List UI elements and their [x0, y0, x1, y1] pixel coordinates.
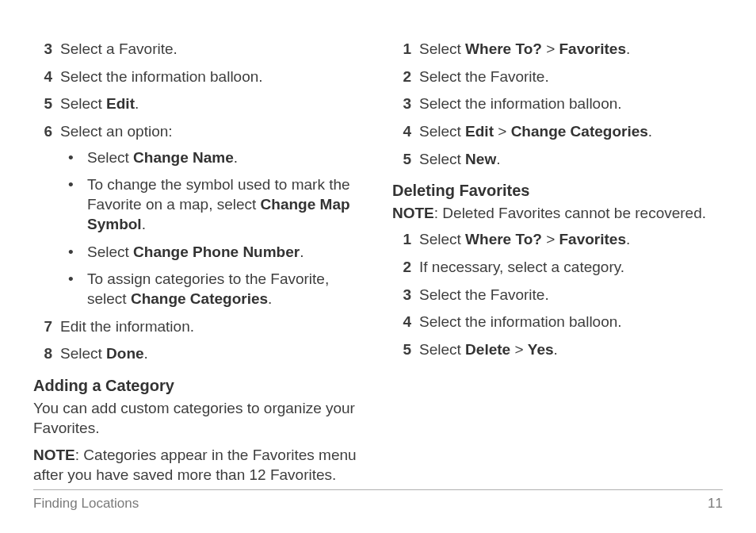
section-heading-adding-category: Adding a Category	[33, 375, 364, 396]
step-number: 3	[392, 286, 411, 305]
step-number: 4	[392, 122, 411, 142]
step-text: Edit the information.	[60, 318, 194, 335]
step: 2If necessary, select a category.	[392, 258, 723, 278]
step-text: Select the information balloon.	[60, 68, 263, 85]
step-number: 6	[33, 122, 52, 142]
step-bold: Where To?	[465, 231, 542, 247]
step-number: 1	[392, 230, 411, 250]
step-pre: Select	[60, 345, 106, 362]
step-bold: Where To?	[465, 40, 542, 57]
step-number: 5	[392, 150, 411, 170]
step-text: If necessary, select a category.	[419, 259, 624, 275]
step: 3Select a Favorite.	[33, 40, 364, 59]
step-number: 3	[33, 40, 52, 59]
add-category-steps: 1Select Where To? > Favorites. 2Select t…	[392, 40, 723, 169]
step-number: 2	[392, 67, 411, 87]
step-pre: Select	[419, 341, 465, 358]
delete-steps: 1Select Where To? > Favorites. 2If neces…	[392, 230, 723, 359]
option: Select Change Phone Number.	[60, 243, 364, 263]
step-number: 5	[33, 94, 52, 114]
step: 5Select Edit.	[33, 94, 364, 114]
step-number: 5	[392, 340, 411, 360]
step-mid: >	[542, 40, 559, 57]
footer-section-title: Finding Locations	[33, 495, 139, 512]
step-number: 1	[392, 40, 411, 59]
step-pre: Select	[419, 151, 465, 167]
step-post: .	[626, 231, 630, 247]
step-post: .	[135, 95, 139, 112]
step: 4Select Edit > Change Categories.	[392, 122, 723, 142]
step-number: 4	[33, 67, 52, 87]
step: 6Select an option: Select Change Name. T…	[33, 122, 364, 309]
option-post: .	[300, 243, 304, 260]
edit-steps: 3Select a Favorite. 4Select the informat…	[33, 40, 364, 364]
note-body: : Deleted Favorites cannot be recovered.	[434, 205, 706, 221]
step-post: .	[496, 151, 500, 167]
note-body: : Categories appear in the Favorites men…	[33, 447, 357, 483]
step-text: Select the information balloon.	[419, 313, 622, 330]
section-body: You can add custom categories to organiz…	[33, 399, 364, 438]
step-mid: >	[542, 231, 559, 247]
step-number: 4	[392, 313, 411, 332]
step: 1Select Where To? > Favorites.	[392, 40, 723, 59]
option-post: .	[268, 290, 272, 307]
step: 1Select Where To? > Favorites.	[392, 230, 723, 250]
page-footer: Finding Locations 11	[33, 489, 723, 512]
right-column: 1Select Where To? > Favorites. 2Select t…	[392, 40, 723, 480]
step-bold: New	[465, 151, 496, 167]
step: 7Edit the information.	[33, 317, 364, 337]
step-text: Select the information balloon.	[419, 95, 622, 112]
step: 4Select the information balloon.	[392, 313, 723, 332]
option-pre: Select	[87, 149, 133, 166]
step-post: .	[648, 123, 652, 140]
step-number: 2	[392, 258, 411, 278]
step: 2Select the Favorite.	[392, 67, 723, 87]
option: To change the symbol used to mark the Fa…	[60, 175, 364, 234]
section-note: NOTE: Categories appear in the Favorites…	[33, 446, 364, 485]
step-number: 8	[33, 344, 52, 364]
option: To assign categories to the Favorite, se…	[60, 270, 364, 309]
option-bold: Change Categories	[131, 290, 268, 307]
step-bold2: Favorites	[559, 40, 626, 57]
step-bold: Delete	[465, 341, 510, 358]
left-column: 3Select a Favorite. 4Select the informat…	[33, 40, 364, 480]
option: Select Change Name.	[60, 148, 364, 168]
step-mid: >	[494, 123, 511, 140]
content-columns: 3Select a Favorite. 4Select the informat…	[33, 40, 723, 480]
step-post: .	[144, 345, 148, 362]
note-label: NOTE	[33, 447, 75, 463]
note-label: NOTE	[392, 205, 434, 221]
footer-page-number: 11	[708, 495, 723, 512]
step-pre: Select	[419, 231, 465, 247]
step-number: 3	[392, 94, 411, 114]
step-text: Select an option:	[60, 123, 173, 140]
step-post: .	[554, 341, 558, 358]
step: 5Select New.	[392, 150, 723, 170]
section-note: NOTE: Deleted Favorites cannot be recove…	[392, 204, 723, 224]
step: 5Select Delete > Yes.	[392, 340, 723, 360]
step: 4Select the information balloon.	[33, 67, 364, 87]
option-post: .	[234, 149, 238, 166]
step-bold2: Favorites	[559, 231, 626, 247]
step-text: Select the Favorite.	[419, 286, 549, 303]
section-heading-deleting-favorites: Deleting Favorites	[392, 180, 723, 201]
option-bold: Change Phone Number	[133, 243, 300, 260]
step-post: .	[626, 40, 630, 57]
option-pre: Select	[87, 243, 133, 260]
step-text: Select the Favorite.	[419, 68, 549, 85]
step-bold: Edit	[106, 95, 135, 112]
step-number: 7	[33, 317, 52, 337]
step-pre: Select	[419, 40, 465, 57]
step: 3Select the information balloon.	[392, 94, 723, 114]
option-post: .	[142, 216, 146, 232]
step-bold: Edit	[465, 123, 494, 140]
step-pre: Select	[419, 123, 465, 140]
step-bold2: Change Categories	[511, 123, 648, 140]
step-bold: Done	[106, 345, 144, 362]
option-list: Select Change Name. To change the symbol…	[60, 148, 364, 309]
step: 8Select Done.	[33, 344, 364, 364]
step-bold2: Yes	[528, 341, 554, 358]
step: 3Select the Favorite.	[392, 286, 723, 305]
step-text: Select a Favorite.	[60, 40, 178, 57]
option-bold: Change Name	[133, 149, 234, 166]
